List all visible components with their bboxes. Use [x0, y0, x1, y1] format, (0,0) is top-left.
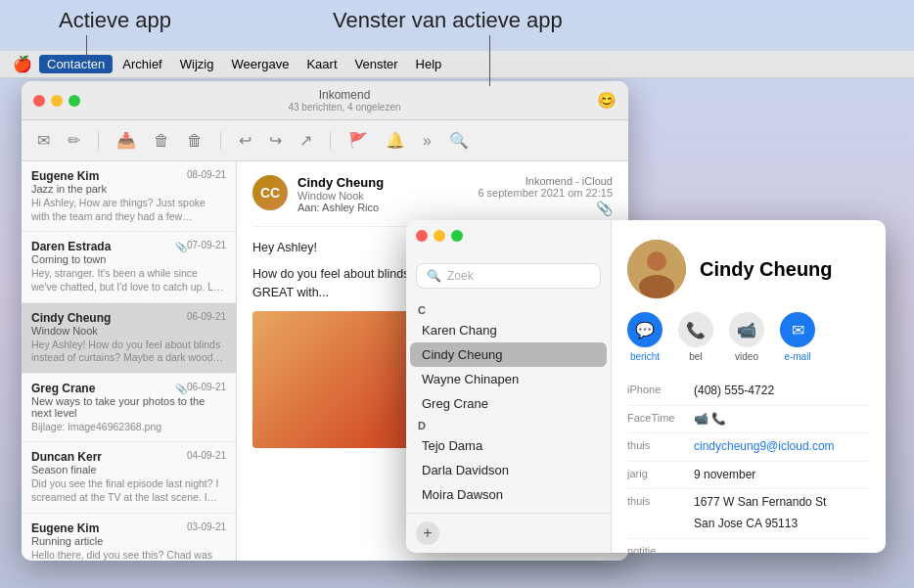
mail-meta: Cindy Cheung Window Nook Aan: Ashley Ric…	[297, 175, 478, 213]
msg-subject: Coming to town	[31, 253, 226, 265]
contacts-minimize-button[interactable]	[434, 230, 445, 242]
more-icon[interactable]: »	[423, 132, 432, 150]
reply-icon[interactable]: ↩	[239, 131, 251, 150]
msg-date: 03-09-21	[187, 521, 226, 532]
reply-all-icon[interactable]: ↪	[269, 131, 282, 150]
call-action-icon: 📞	[678, 312, 713, 347]
menubar-item-venster[interactable]: Venster	[347, 55, 406, 73]
msg-subject: Running article	[31, 535, 226, 547]
notification-icon[interactable]: 🔔	[386, 131, 405, 150]
toolbar-sep-3	[330, 132, 331, 150]
field-label: FaceTime	[627, 409, 686, 430]
msg-date: 08-09-21	[187, 169, 226, 180]
contact-action-bericht[interactable]: 💬 bericht	[627, 312, 663, 362]
annotation-line-window	[489, 35, 490, 86]
menubar-item-wijzig[interactable]: Wijzig	[172, 55, 222, 73]
message-action-icon: 💬	[627, 312, 663, 347]
attachment-icon: 📎	[175, 242, 187, 252]
msg-preview: Did you see the final episode last night…	[31, 477, 226, 504]
compose-icon[interactable]: 😊	[597, 91, 617, 110]
contact-list-item[interactable]: Cindy Cheung	[410, 342, 607, 367]
menubar-items: ContactenArchiefWijzigWeergaveKaartVenst…	[39, 55, 449, 73]
msg-preview: Hey, stranger. It's been a while since w…	[31, 267, 226, 294]
compose-icon[interactable]: ✏	[68, 131, 80, 150]
message-item[interactable]: 03-09-21 Eugene Kim Running article Hell…	[22, 514, 236, 561]
mail-titlebar: Inkomend 43 berichten, 4 ongelezen 😊	[22, 81, 628, 120]
junk-icon[interactable]: 🗑	[187, 132, 203, 150]
close-button[interactable]	[33, 95, 45, 107]
fullscreen-button[interactable]	[69, 95, 80, 107]
msg-preview: Hey Ashley! How do you feel about blinds…	[31, 339, 226, 365]
action-label: bel	[689, 351, 702, 362]
contacts-close-button[interactable]	[416, 230, 428, 242]
action-label: video	[735, 351, 758, 362]
mail-subtitle: 43 berichten, 4 ongelezen	[92, 102, 597, 113]
contacts-search-bar[interactable]: 🔍 Zoek	[416, 263, 601, 289]
contacts-traffic-lights	[416, 230, 463, 242]
minimize-button[interactable]	[51, 95, 63, 107]
flag-icon[interactable]: 🚩	[348, 131, 368, 150]
archive-icon[interactable]: 📥	[116, 131, 136, 150]
contact-field-row: FaceTime 📹 📞	[627, 406, 870, 434]
menubar-item-weergave[interactable]: Weergave	[223, 55, 297, 73]
contact-list-item[interactable]: Wayne Chinapen	[410, 367, 607, 391]
mail-title-text: Inkomend	[92, 88, 597, 102]
contact-list-item[interactable]: Moira Dawson	[410, 482, 607, 507]
toolbar-sep-1	[98, 132, 99, 150]
message-item[interactable]: 04-09-21 Duncan Kerr Season finale Did y…	[22, 442, 236, 513]
contact-field-row: jarig 9 november	[627, 462, 870, 490]
email-date-area: Inkomend - iCloud 6 september 2021 om 22…	[478, 175, 613, 216]
menubar-item-kaart[interactable]: Kaart	[298, 55, 344, 73]
message-item[interactable]: 06-09-21 📎 Greg Crane New ways to take y…	[22, 374, 236, 443]
menubar-item-archief[interactable]: Archief	[114, 55, 169, 73]
email-mailbox: Inkomend - iCloud	[478, 175, 613, 187]
contacts-fullscreen-button[interactable]	[451, 230, 463, 242]
attachment-icon: 📎	[175, 384, 187, 394]
menubar-item-help[interactable]: Help	[408, 55, 450, 73]
action-label: bericht	[630, 351, 660, 362]
msg-subject: New ways to take your photos to the next…	[31, 395, 226, 419]
add-contact-button[interactable]: +	[416, 521, 439, 545]
contact-list-item[interactable]: Darla Davidson	[410, 458, 607, 482]
toolbar-sep-2	[220, 132, 221, 150]
delete-icon[interactable]: 🗑	[154, 132, 169, 150]
contacts-sidebar: 🔍 Zoek CKaren ChangCindy CheungWayne Chi…	[406, 220, 612, 553]
contact-actions: 💬 bericht 📞 bel 📹 video ✉ e-mail	[627, 312, 870, 362]
sender-avatar: CC	[252, 175, 288, 210]
annotation-active-app: Actieve app	[59, 8, 171, 33]
message-list: 08-09-21 Eugene Kim Jazz in the park Hi …	[22, 161, 237, 561]
field-value: 9 november	[694, 465, 755, 486]
contact-action-bel[interactable]: 📞 bel	[678, 312, 713, 362]
apple-menu[interactable]: 🍎	[12, 54, 33, 75]
action-label: e-mail	[784, 351, 810, 362]
email-from: Cindy Cheung	[297, 175, 478, 190]
msg-date: 06-09-21	[187, 382, 226, 392]
contacts-window: 🔍 Zoek CKaren ChangCindy CheungWayne Chi…	[406, 220, 886, 553]
contact-list-item[interactable]: Tejo Dama	[410, 433, 607, 458]
forward-icon[interactable]: ↗	[299, 131, 312, 150]
contacts-section-header: D	[406, 416, 611, 433]
msg-subject: Season finale	[31, 464, 226, 475]
msg-preview: Bijlage: image46962368.png	[31, 421, 226, 434]
contact-field-row: thuis cindycheung9@icloud.com	[627, 433, 870, 462]
contact-action-e-mail[interactable]: ✉ e-mail	[780, 312, 815, 362]
contact-list-item[interactable]: Greg Crane	[410, 391, 607, 416]
contact-action-video[interactable]: 📹 video	[729, 312, 764, 362]
contact-list-item[interactable]: Karen Chang	[410, 318, 607, 342]
search-icon[interactable]: 🔍	[449, 131, 469, 150]
field-value[interactable]: cindycheung9@icloud.com	[694, 436, 835, 458]
message-item[interactable]: 08-09-21 Eugene Kim Jazz in the park Hi …	[22, 161, 236, 232]
contact-detail-panel: Cindy Cheung 💬 bericht 📞 bel 📹 video ✉ e…	[612, 220, 886, 553]
get-mail-icon[interactable]: ✉	[37, 131, 50, 150]
contacts-bottom-bar: +	[406, 513, 611, 553]
svg-point-1	[647, 251, 666, 271]
msg-preview: Hi Ashley, How are things? Just spoke wi…	[31, 197, 226, 223]
message-item[interactable]: 07-09-21 📎 Daren Estrada Coming to town …	[22, 232, 236, 302]
email-action-icon: ✉	[780, 312, 815, 347]
annotation-active-window: Venster van actieve app	[333, 8, 563, 33]
message-item[interactable]: 06-09-21 Cindy Cheung Window Nook Hey As…	[22, 303, 236, 374]
menubar-item-contacten[interactable]: Contacten	[39, 55, 113, 73]
contacts-section-header: C	[406, 300, 611, 318]
video-action-icon: 📹	[729, 312, 764, 347]
field-value: (408) 555-4722	[694, 381, 774, 402]
